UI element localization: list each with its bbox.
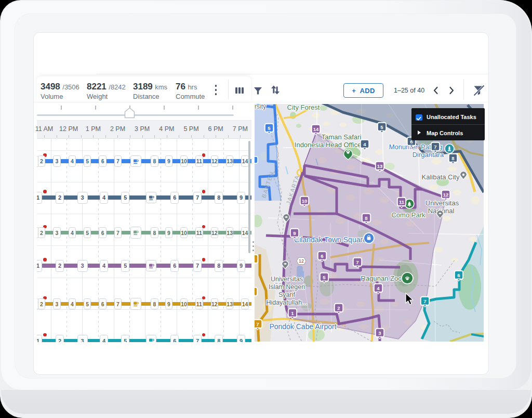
svg-text:7: 7 bbox=[434, 144, 436, 150]
svg-text:8: 8 bbox=[451, 155, 454, 161]
svg-text:12: 12 bbox=[299, 258, 304, 264]
svg-text:14: 14 bbox=[313, 126, 319, 132]
svg-text:13: 13 bbox=[377, 163, 383, 169]
svg-text:7: 7 bbox=[423, 298, 426, 304]
svg-text:Como Park: Como Park bbox=[391, 211, 425, 219]
svg-text:10: 10 bbox=[302, 198, 308, 204]
svg-text:Universitas: Universitas bbox=[425, 199, 459, 207]
svg-text:5: 5 bbox=[323, 275, 326, 280]
svg-text:6: 6 bbox=[457, 272, 460, 278]
svg-text:Pondok Cabe Airport: Pondok Cabe Airport bbox=[269, 322, 336, 331]
svg-text:9: 9 bbox=[293, 230, 296, 236]
svg-text:11: 11 bbox=[399, 199, 405, 205]
svg-text:3: 3 bbox=[378, 330, 381, 336]
svg-text:Dirgantara: Dirgantara bbox=[413, 151, 444, 159]
svg-text:Taman Safari: Taman Safari bbox=[322, 133, 362, 141]
svg-text:6: 6 bbox=[321, 253, 323, 259]
svg-text:5: 5 bbox=[380, 124, 383, 130]
svg-text:Hidayatullah...: Hidayatullah... bbox=[266, 299, 307, 306]
svg-text:1: 1 bbox=[291, 310, 294, 316]
svg-text:5: 5 bbox=[268, 125, 271, 131]
svg-text:Ragunan Zoo: Ragunan Zoo bbox=[361, 275, 402, 282]
svg-text:City Forest: City Forest bbox=[287, 104, 320, 111]
svg-text:rsity: rsity bbox=[255, 104, 266, 110]
svg-text:Indonesia Head Office: Indonesia Head Office bbox=[295, 141, 361, 149]
svg-text:Kalibata City: Kalibata City bbox=[422, 173, 460, 181]
svg-text:8: 8 bbox=[255, 256, 255, 262]
svg-text:4: 4 bbox=[377, 285, 380, 291]
svg-text:2: 2 bbox=[337, 305, 340, 311]
svg-text:12: 12 bbox=[443, 192, 449, 198]
svg-text:7: 7 bbox=[356, 259, 358, 265]
svg-text:Cilandak Town Square: Cilandak Town Square bbox=[294, 236, 367, 244]
svg-text:7: 7 bbox=[256, 321, 259, 327]
svg-text:8: 8 bbox=[365, 215, 367, 221]
svg-text:Universitas: Universitas bbox=[271, 276, 303, 283]
svg-text:Islam Negeri: Islam Negeri bbox=[269, 283, 305, 291]
svg-text:4: 4 bbox=[363, 141, 366, 147]
svg-text:Syarif: Syarif bbox=[278, 291, 295, 298]
